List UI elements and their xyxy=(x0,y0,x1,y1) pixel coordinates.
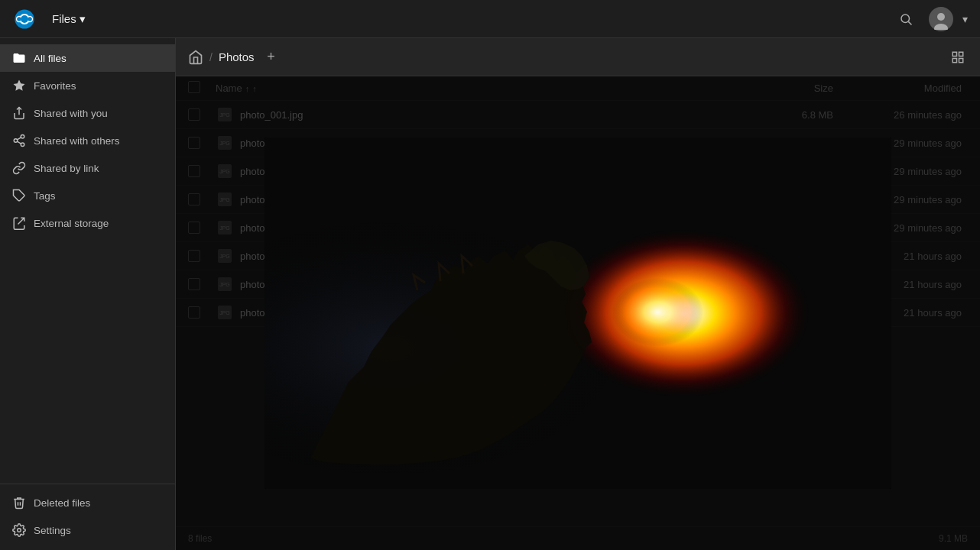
home-breadcrumb-icon[interactable] xyxy=(188,50,203,65)
sidebar-item-tags[interactable]: Tags xyxy=(0,182,175,209)
grid-view-button[interactable] xyxy=(948,47,968,67)
svg-point-4 xyxy=(21,15,28,23)
external-storage-icon xyxy=(12,216,26,230)
breadcrumb-separator: / xyxy=(209,51,213,63)
user-menu-chevron[interactable]: ▾ xyxy=(962,13,968,25)
svg-point-5 xyxy=(17,17,21,21)
sidebar-item-label: Tags xyxy=(34,190,56,202)
sidebar-item-label: Shared with you xyxy=(34,108,108,119)
sidebar-item-shared-by-link[interactable]: Shared by link xyxy=(0,154,175,182)
star-icon xyxy=(12,79,26,92)
folder-icon xyxy=(12,51,26,65)
shared-with-you-icon xyxy=(12,106,26,120)
add-folder-button[interactable]: + xyxy=(261,47,282,68)
breadcrumb-bar: / Photos + xyxy=(176,38,980,76)
main-layout: All files Favorites Shared with you xyxy=(0,38,980,550)
sidebar-item-label: Shared by link xyxy=(34,163,99,174)
view-toggle xyxy=(948,47,968,67)
sidebar-item-external-storage[interactable]: External storage xyxy=(0,209,175,237)
sidebar: All files Favorites Shared with you xyxy=(0,38,176,550)
app-logo xyxy=(12,7,37,31)
svg-point-7 xyxy=(901,15,910,23)
tag-icon xyxy=(12,189,26,202)
svg-point-14 xyxy=(14,139,18,143)
svg-rect-20 xyxy=(952,52,956,56)
svg-rect-23 xyxy=(959,58,963,62)
svg-rect-22 xyxy=(952,58,956,62)
sidebar-item-label: Shared with others xyxy=(34,135,120,147)
svg-point-19 xyxy=(18,529,21,532)
sidebar-item-label: Favorites xyxy=(34,80,76,92)
svg-line-17 xyxy=(17,138,21,140)
sidebar-item-all-files[interactable]: All files xyxy=(0,44,175,72)
svg-rect-21 xyxy=(959,52,963,56)
trash-icon xyxy=(12,496,26,510)
breadcrumb-current: Photos xyxy=(219,50,255,63)
svg-point-10 xyxy=(937,13,945,21)
sidebar-item-settings[interactable]: Settings xyxy=(0,516,175,544)
sidebar-item-favorites[interactable]: Favorites xyxy=(0,72,175,99)
sidebar-item-label: Deleted files xyxy=(34,497,90,509)
sidebar-item-deleted-files[interactable]: Deleted files xyxy=(0,489,175,516)
user-avatar[interactable] xyxy=(929,7,953,31)
sidebar-item-label: Settings xyxy=(34,525,71,536)
files-menu-button[interactable]: Files ▾ xyxy=(46,9,92,29)
image-overlay[interactable] xyxy=(176,76,980,550)
svg-point-15 xyxy=(21,143,24,147)
sidebar-item-shared-with-you[interactable]: Shared with you xyxy=(0,99,175,127)
image-modal xyxy=(264,138,891,489)
sidebar-bottom: Deleted files Settings xyxy=(0,479,175,544)
svg-line-8 xyxy=(908,21,911,24)
files-menu-label: Files xyxy=(52,12,76,25)
svg-point-6 xyxy=(28,17,32,21)
gear-icon xyxy=(12,523,26,537)
content-area: / Photos + Name xyxy=(176,38,980,550)
dropdown-chevron-icon: ▾ xyxy=(80,12,86,26)
sidebar-item-label: External storage xyxy=(34,218,109,229)
link-icon xyxy=(12,161,26,175)
sidebar-item-label: All files xyxy=(34,53,67,64)
image-canvas xyxy=(264,138,891,489)
topbar: Files ▾ ▾ xyxy=(0,0,980,38)
sidebar-item-shared-with-others[interactable]: Shared with others xyxy=(0,127,175,154)
svg-point-13 xyxy=(21,135,24,139)
sidebar-divider xyxy=(0,484,175,484)
search-button[interactable] xyxy=(892,5,920,33)
share-out-icon xyxy=(12,134,26,147)
svg-line-16 xyxy=(17,141,21,144)
